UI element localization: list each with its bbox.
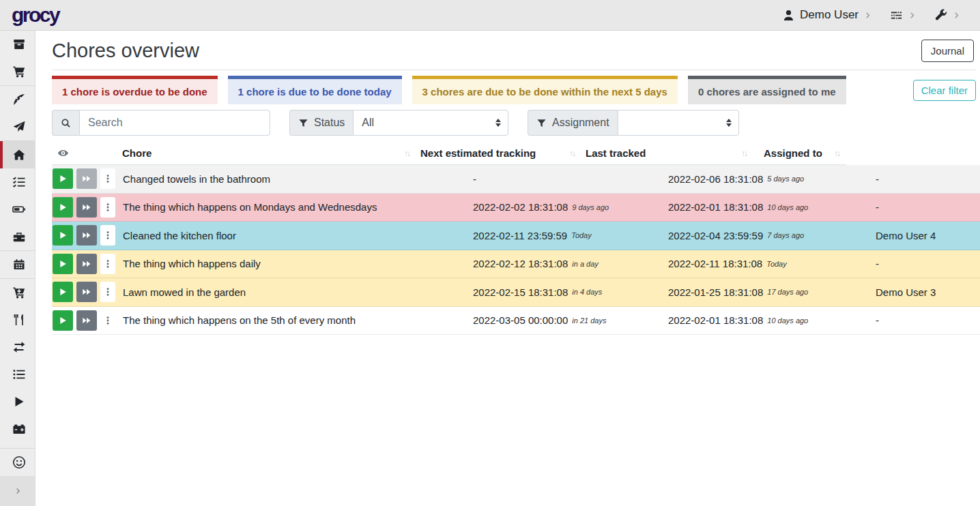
status-filter-select[interactable]: All: [353, 110, 508, 136]
sidebar-item-purchase[interactable]: [0, 279, 35, 306]
settings-menu[interactable]: [890, 9, 917, 22]
sidebar-item-recipes[interactable]: [0, 86, 35, 113]
skip-chore-button[interactable]: [76, 225, 97, 245]
filter-card-assigned-to-me[interactable]: 0 chores are assigned to me: [688, 76, 846, 104]
track-chore-button[interactable]: [53, 254, 73, 274]
column-header-assigned-to[interactable]: Assigned to ↑↓: [753, 142, 846, 165]
chore-options-menu-button[interactable]: [100, 197, 115, 218]
sidebar-item-inventory[interactable]: [0, 361, 35, 388]
box-icon: [12, 38, 26, 51]
sidebar-item-calendar[interactable]: [0, 251, 35, 278]
search-icon: [61, 118, 71, 128]
assignment-filter-label: Assignment: [528, 110, 618, 136]
sidebar-item-tasks[interactable]: [0, 168, 35, 196]
sidebar-item-user-menu[interactable]: [0, 449, 35, 476]
table-row: The thing which happens on the 5th of ev…: [52, 307, 980, 336]
filter-card-overdue[interactable]: 1 chore is overdue to be done: [52, 76, 218, 104]
sidebar-item-chore-tracking[interactable]: [0, 388, 35, 415]
journal-button[interactable]: Journal: [921, 40, 974, 62]
chevron-right-icon: [908, 11, 917, 20]
track-chore-button[interactable]: [53, 197, 73, 218]
ellipsis-vertical-icon: [102, 173, 113, 184]
clear-filter-button[interactable]: Clear filter: [913, 80, 976, 101]
filter-card-label: 0 chores are assigned to me: [698, 86, 836, 98]
chevron-right-icon: [13, 486, 23, 496]
filter-card-due-soon[interactable]: 3 chores are due to be done within the n…: [412, 76, 678, 104]
sidebar-item-battery-tracking[interactable]: [0, 415, 35, 443]
select-arrows-icon: [495, 119, 501, 127]
chore-options-menu-button[interactable]: [100, 168, 115, 189]
status-filter-group: Status All: [289, 110, 508, 136]
sidebar-item-consume[interactable]: [0, 306, 35, 333]
play-icon: [57, 202, 68, 213]
filter-card-due-today[interactable]: 1 chore is due to be done today: [228, 76, 402, 104]
chore-options-menu-button[interactable]: [100, 254, 115, 274]
sidebar-item-equipment[interactable]: [0, 223, 35, 250]
sort-arrows-icon: ↑↓: [834, 149, 839, 158]
column-header-next-tracking[interactable]: Next estimated tracking ↑↓: [416, 142, 581, 165]
paper-plane-icon: [12, 120, 26, 134]
filter-card-label: 1 chore is due to be done today: [238, 86, 392, 98]
sidebar-item-meal-plan[interactable]: [0, 113, 35, 140]
eye-icon: [57, 147, 69, 159]
status-filter-value: All: [362, 117, 374, 129]
column-header-spacer: [846, 142, 980, 165]
filters-row: Status All Assignment: [52, 110, 976, 136]
search-prepend: [52, 110, 79, 136]
skip-chore-button[interactable]: [76, 168, 97, 189]
table-row: The thing which happens daily 2022-02-12…: [52, 250, 980, 279]
track-chore-button[interactable]: [53, 225, 73, 245]
skip-chore-button[interactable]: [76, 197, 97, 218]
last-tracked-time: 2022-02-01 18:31:08: [668, 314, 763, 326]
last-tracked-ago: 7 days ago: [767, 231, 804, 239]
table-body: Changed towels in the bathroom - 2022-02…: [52, 165, 980, 335]
next-tracking-ago: in a day: [572, 260, 599, 268]
skip-chore-button[interactable]: [76, 282, 97, 302]
track-chore-button[interactable]: [53, 310, 73, 331]
track-chore-button[interactable]: [53, 168, 73, 189]
sidebar-item-batteries-overview[interactable]: [0, 196, 35, 223]
chore-options-menu-button[interactable]: [100, 225, 115, 245]
filter-card-label: 1 chore is overdue to be done: [62, 86, 207, 98]
ellipsis-vertical-icon: [102, 202, 113, 213]
column-header-chore[interactable]: Chore ↑↓: [122, 142, 416, 165]
home-icon: [12, 148, 26, 162]
sidebar-item-chores-overview[interactable]: [0, 141, 35, 168]
skip-chore-button[interactable]: [76, 310, 97, 331]
chore-name: The thing which happens daily: [122, 250, 473, 278]
play-icon: [57, 258, 68, 269]
battery-icon: [12, 203, 26, 216]
last-tracked-time: 2022-02-01 18:31:08: [668, 201, 763, 213]
sidebar-item-stock-overview[interactable]: [0, 31, 35, 58]
user-menu[interactable]: Demo User: [782, 8, 872, 22]
table-row: Changed towels in the bathroom - 2022-02…: [52, 165, 980, 194]
sidebar-item-shopping-list[interactable]: [0, 58, 35, 85]
skip-chore-button[interactable]: [76, 254, 97, 274]
filter-funnel-icon: [298, 118, 308, 128]
chevron-right-icon: [952, 11, 961, 20]
next-tracking-ago: Today: [571, 231, 592, 239]
next-tracking-time: 2022-02-15 18:31:08: [473, 286, 568, 298]
sidebar-item-transfer[interactable]: [0, 333, 35, 361]
sidebar-collapse-button[interactable]: [0, 476, 35, 506]
assignment-filter-select[interactable]: [618, 110, 739, 136]
chore-name: Changed towels in the bathroom: [122, 165, 473, 193]
last-tracked-time: 2022-02-11 18:31:08: [668, 258, 762, 269]
last-tracked-ago: Today: [766, 260, 787, 268]
column-header-last-tracked[interactable]: Last tracked ↑↓: [581, 142, 753, 165]
fast-forward-icon: [81, 286, 92, 297]
chore-options-menu-button[interactable]: [100, 282, 115, 302]
search-input[interactable]: [79, 110, 270, 136]
last-tracked-ago: 5 days ago: [767, 175, 804, 183]
assigned-to: Demo User 4: [876, 222, 980, 250]
table-row: Lawn mowed in the garden 2022-02-15 18:3…: [52, 278, 980, 307]
next-tracking-time: 2022-03-05 00:00:00: [473, 314, 568, 326]
calendar-icon: [12, 258, 26, 271]
chore-options-menu-button[interactable]: [100, 310, 115, 331]
grocy-logo[interactable]: grocy: [12, 3, 59, 27]
play-icon: [57, 230, 68, 241]
admin-menu[interactable]: [934, 9, 961, 22]
assigned-to: -: [876, 250, 980, 278]
last-tracked-ago: 10 days ago: [767, 316, 808, 325]
track-chore-button[interactable]: [53, 282, 73, 302]
